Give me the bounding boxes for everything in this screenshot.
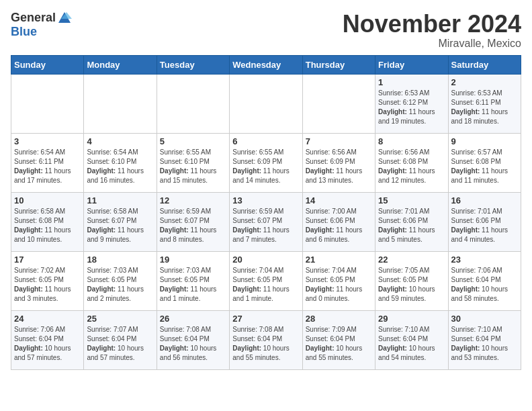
- calendar-cell: 3Sunrise: 6:54 AMSunset: 6:11 PMDaylight…: [11, 133, 84, 192]
- day-number: 9: [451, 136, 518, 146]
- day-info: Sunrise: 6:56 AMSunset: 6:08 PMDaylight:…: [378, 148, 445, 185]
- day-number: 25: [87, 314, 153, 324]
- day-number: 15: [378, 195, 445, 205]
- day-info: Sunrise: 7:05 AMSunset: 6:05 PMDaylight:…: [378, 266, 445, 304]
- day-info: Sunrise: 6:55 AMSunset: 6:09 PMDaylight:…: [232, 148, 299, 185]
- calendar-cell: 1Sunrise: 6:53 AMSunset: 6:12 PMDaylight…: [375, 74, 448, 133]
- day-number: 12: [160, 195, 226, 205]
- calendar-cell: 22Sunrise: 7:05 AMSunset: 6:05 PMDayligh…: [375, 251, 448, 310]
- day-number: 7: [306, 136, 372, 146]
- day-info: Sunrise: 7:06 AMSunset: 6:04 PMDaylight:…: [14, 325, 81, 363]
- day-number: 1: [378, 77, 445, 87]
- day-info: Sunrise: 6:54 AMSunset: 6:11 PMDaylight:…: [14, 148, 81, 185]
- calendar-cell: [302, 74, 375, 133]
- calendar-cell: [84, 74, 157, 133]
- day-info: Sunrise: 7:08 AMSunset: 6:04 PMDaylight:…: [232, 325, 299, 363]
- logo-general: General: [11, 11, 56, 25]
- day-info: Sunrise: 6:58 AMSunset: 6:07 PMDaylight:…: [87, 207, 153, 244]
- calendar-cell: [157, 74, 229, 133]
- calendar-cell: 9Sunrise: 6:57 AMSunset: 6:08 PMDaylight…: [448, 133, 521, 192]
- calendar-week-row: 17Sunrise: 7:02 AMSunset: 6:05 PMDayligh…: [11, 251, 521, 310]
- calendar-week-row: 10Sunrise: 6:58 AMSunset: 6:08 PMDayligh…: [11, 192, 521, 251]
- day-number: 6: [232, 136, 299, 146]
- logo: General Blue: [11, 11, 72, 39]
- logo-icon: [57, 11, 72, 26]
- day-number: 20: [232, 255, 299, 265]
- day-number: 23: [451, 255, 518, 265]
- day-info: Sunrise: 7:10 AMSunset: 6:04 PMDaylight:…: [378, 325, 445, 363]
- day-number: 3: [14, 136, 81, 146]
- day-info: Sunrise: 7:03 AMSunset: 6:05 PMDaylight:…: [160, 266, 226, 304]
- day-info: Sunrise: 6:53 AMSunset: 6:11 PMDaylight:…: [451, 89, 518, 126]
- weekday-header: Tuesday: [157, 55, 229, 74]
- calendar-cell: 4Sunrise: 6:54 AMSunset: 6:10 PMDaylight…: [84, 133, 157, 192]
- calendar-cell: 2Sunrise: 6:53 AMSunset: 6:11 PMDaylight…: [448, 74, 521, 133]
- day-number: 22: [378, 255, 445, 265]
- day-number: 28: [306, 314, 372, 324]
- page-header: General Blue November 2024 Miravalle, Me…: [11, 11, 521, 50]
- calendar-cell: 16Sunrise: 7:01 AMSunset: 6:06 PMDayligh…: [448, 192, 521, 251]
- weekday-header: Saturday: [448, 55, 521, 74]
- day-info: Sunrise: 7:04 AMSunset: 6:05 PMDaylight:…: [232, 266, 299, 304]
- day-number: 4: [87, 136, 153, 146]
- day-number: 24: [14, 314, 81, 324]
- day-info: Sunrise: 7:06 AMSunset: 6:04 PMDaylight:…: [451, 266, 518, 304]
- day-number: 14: [306, 195, 372, 205]
- day-info: Sunrise: 7:04 AMSunset: 6:05 PMDaylight:…: [306, 266, 372, 304]
- title-block: November 2024 Miravalle, Mexico: [343, 11, 521, 50]
- calendar-cell: 25Sunrise: 7:07 AMSunset: 6:04 PMDayligh…: [84, 310, 157, 369]
- calendar-cell: 20Sunrise: 7:04 AMSunset: 6:05 PMDayligh…: [230, 251, 302, 310]
- calendar-cell: [230, 74, 302, 133]
- day-number: 10: [14, 195, 81, 205]
- day-number: 5: [160, 136, 226, 146]
- calendar-cell: 29Sunrise: 7:10 AMSunset: 6:04 PMDayligh…: [375, 310, 448, 369]
- calendar-cell: 27Sunrise: 7:08 AMSunset: 6:04 PMDayligh…: [230, 310, 302, 369]
- calendar-cell: 15Sunrise: 7:01 AMSunset: 6:06 PMDayligh…: [375, 192, 448, 251]
- calendar-cell: 28Sunrise: 7:09 AMSunset: 6:04 PMDayligh…: [302, 310, 375, 369]
- calendar-header: SundayMondayTuesdayWednesdayThursdayFrid…: [11, 55, 521, 74]
- month-title: November 2024: [343, 11, 521, 38]
- day-number: 21: [306, 255, 372, 265]
- calendar-cell: 12Sunrise: 6:59 AMSunset: 6:07 PMDayligh…: [157, 192, 229, 251]
- calendar-cell: 26Sunrise: 7:08 AMSunset: 6:04 PMDayligh…: [157, 310, 229, 369]
- day-info: Sunrise: 6:59 AMSunset: 6:07 PMDaylight:…: [160, 207, 226, 244]
- calendar-week-row: 1Sunrise: 6:53 AMSunset: 6:12 PMDaylight…: [11, 74, 521, 133]
- weekday-header: Monday: [84, 55, 157, 74]
- day-info: Sunrise: 7:08 AMSunset: 6:04 PMDaylight:…: [160, 325, 226, 363]
- calendar-cell: [11, 74, 84, 133]
- calendar-cell: 8Sunrise: 6:56 AMSunset: 6:08 PMDaylight…: [375, 133, 448, 192]
- calendar-cell: 7Sunrise: 6:56 AMSunset: 6:09 PMDaylight…: [302, 133, 375, 192]
- day-info: Sunrise: 6:56 AMSunset: 6:09 PMDaylight:…: [306, 148, 372, 185]
- calendar-cell: 21Sunrise: 7:04 AMSunset: 6:05 PMDayligh…: [302, 251, 375, 310]
- day-number: 2: [451, 77, 518, 87]
- day-info: Sunrise: 6:59 AMSunset: 6:07 PMDaylight:…: [232, 207, 299, 244]
- day-info: Sunrise: 6:53 AMSunset: 6:12 PMDaylight:…: [378, 89, 445, 126]
- weekday-header: Friday: [375, 55, 448, 74]
- calendar-body: 1Sunrise: 6:53 AMSunset: 6:12 PMDaylight…: [11, 74, 521, 369]
- location: Miravalle, Mexico: [343, 38, 521, 50]
- day-info: Sunrise: 7:09 AMSunset: 6:04 PMDaylight:…: [306, 325, 372, 363]
- day-info: Sunrise: 6:54 AMSunset: 6:10 PMDaylight:…: [87, 148, 153, 185]
- day-info: Sunrise: 7:07 AMSunset: 6:04 PMDaylight:…: [87, 325, 153, 363]
- calendar-cell: 13Sunrise: 6:59 AMSunset: 6:07 PMDayligh…: [230, 192, 302, 251]
- day-number: 29: [378, 314, 445, 324]
- calendar-cell: 23Sunrise: 7:06 AMSunset: 6:04 PMDayligh…: [448, 251, 521, 310]
- calendar-table: SundayMondayTuesdayWednesdayThursdayFrid…: [11, 55, 521, 370]
- day-number: 26: [160, 314, 226, 324]
- calendar-cell: 17Sunrise: 7:02 AMSunset: 6:05 PMDayligh…: [11, 251, 84, 310]
- day-info: Sunrise: 6:57 AMSunset: 6:08 PMDaylight:…: [451, 148, 518, 185]
- day-number: 13: [232, 195, 299, 205]
- day-number: 18: [87, 255, 153, 265]
- calendar-cell: 24Sunrise: 7:06 AMSunset: 6:04 PMDayligh…: [11, 310, 84, 369]
- day-number: 27: [232, 314, 299, 324]
- day-number: 8: [378, 136, 445, 146]
- calendar-cell: 6Sunrise: 6:55 AMSunset: 6:09 PMDaylight…: [230, 133, 302, 192]
- calendar-cell: 5Sunrise: 6:55 AMSunset: 6:10 PMDaylight…: [157, 133, 229, 192]
- calendar-cell: 14Sunrise: 7:00 AMSunset: 6:06 PMDayligh…: [302, 192, 375, 251]
- day-info: Sunrise: 7:01 AMSunset: 6:06 PMDaylight:…: [378, 207, 445, 244]
- calendar-week-row: 3Sunrise: 6:54 AMSunset: 6:11 PMDaylight…: [11, 133, 521, 192]
- day-info: Sunrise: 6:55 AMSunset: 6:10 PMDaylight:…: [160, 148, 226, 185]
- day-number: 17: [14, 255, 81, 265]
- calendar-cell: 10Sunrise: 6:58 AMSunset: 6:08 PMDayligh…: [11, 192, 84, 251]
- logo-blue: Blue: [11, 25, 37, 38]
